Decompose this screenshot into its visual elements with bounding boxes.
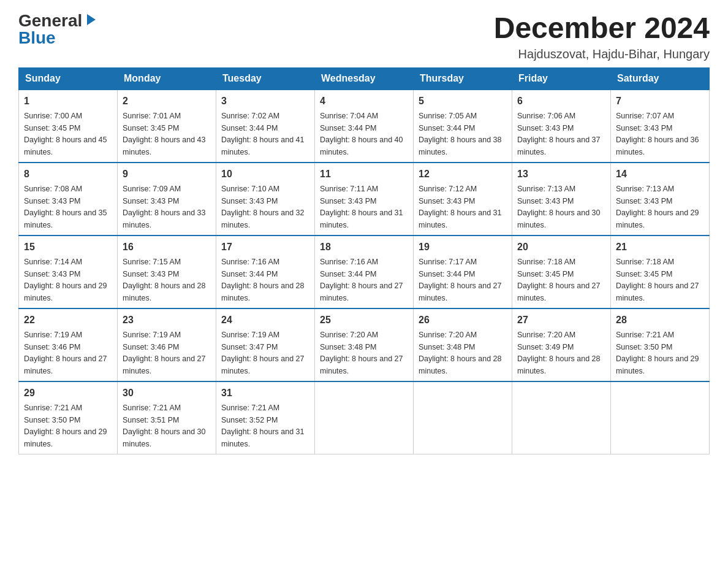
day-sunset: Sunset: 3:45 PM <box>616 270 672 278</box>
col-header-wednesday: Wednesday <box>315 67 414 90</box>
day-sunrise: Sunrise: 7:01 AM <box>123 112 181 120</box>
day-sunset: Sunset: 3:44 PM <box>419 270 475 278</box>
day-number: 17 <box>221 240 309 255</box>
day-cell: 29Sunrise: 7:21 AMSunset: 3:50 PMDayligh… <box>19 381 118 454</box>
day-daylight: Daylight: 8 hours and 27 minutes. <box>320 354 403 375</box>
day-cell: 25Sunrise: 7:20 AMSunset: 3:48 PMDayligh… <box>315 308 414 381</box>
day-sunrise: Sunrise: 7:17 AM <box>419 258 477 266</box>
day-cell: 5Sunrise: 7:05 AMSunset: 3:44 PMDaylight… <box>414 90 512 163</box>
day-number: 25 <box>320 313 408 327</box>
title-block: December 2024 Hajduszovat, Hajdu-Bihar, … <box>494 12 710 61</box>
day-cell <box>512 381 611 454</box>
day-daylight: Daylight: 8 hours and 27 minutes. <box>419 282 502 302</box>
day-number: 22 <box>24 313 112 327</box>
day-cell: 10Sunrise: 7:10 AMSunset: 3:43 PMDayligh… <box>216 163 315 236</box>
calendar-header-row: SundayMondayTuesdayWednesdayThursdayFrid… <box>19 67 710 90</box>
day-sunrise: Sunrise: 7:12 AM <box>419 185 477 193</box>
day-number: 26 <box>419 313 507 327</box>
day-number: 8 <box>24 167 112 182</box>
day-daylight: Daylight: 8 hours and 33 minutes. <box>123 209 206 229</box>
day-sunset: Sunset: 3:48 PM <box>320 343 376 351</box>
day-sunrise: Sunrise: 7:07 AM <box>616 112 674 120</box>
day-sunset: Sunset: 3:44 PM <box>320 270 376 278</box>
day-cell: 16Sunrise: 7:15 AMSunset: 3:43 PMDayligh… <box>118 236 216 308</box>
day-sunrise: Sunrise: 7:15 AM <box>123 258 181 266</box>
day-sunset: Sunset: 3:44 PM <box>419 124 475 132</box>
day-number: 30 <box>123 386 211 400</box>
day-daylight: Daylight: 8 hours and 28 minutes. <box>517 354 601 375</box>
day-daylight: Daylight: 8 hours and 45 minutes. <box>24 136 107 156</box>
day-sunrise: Sunrise: 7:18 AM <box>616 258 674 266</box>
day-sunset: Sunset: 3:46 PM <box>123 343 179 351</box>
col-header-saturday: Saturday <box>611 67 710 90</box>
day-cell: 27Sunrise: 7:20 AMSunset: 3:49 PMDayligh… <box>512 308 611 381</box>
svg-marker-0 <box>87 14 96 25</box>
day-number: 4 <box>320 94 408 109</box>
day-daylight: Daylight: 8 hours and 31 minutes. <box>419 209 502 229</box>
day-sunset: Sunset: 3:43 PM <box>616 197 672 205</box>
day-number: 13 <box>517 167 605 182</box>
day-sunset: Sunset: 3:47 PM <box>221 343 278 351</box>
day-daylight: Daylight: 8 hours and 27 minutes. <box>123 354 206 375</box>
day-daylight: Daylight: 8 hours and 29 minutes. <box>24 427 107 448</box>
day-number: 24 <box>221 313 309 327</box>
location-title: Hajduszovat, Hajdu-Bihar, Hungary <box>494 47 710 61</box>
week-row-1: 1Sunrise: 7:00 AMSunset: 3:45 PMDaylight… <box>19 90 710 163</box>
day-sunrise: Sunrise: 7:21 AM <box>616 331 674 339</box>
day-number: 19 <box>419 240 507 255</box>
day-daylight: Daylight: 8 hours and 28 minutes. <box>419 354 502 375</box>
day-sunset: Sunset: 3:44 PM <box>221 270 278 278</box>
day-cell: 20Sunrise: 7:18 AMSunset: 3:45 PMDayligh… <box>512 236 611 308</box>
day-number: 6 <box>517 94 605 109</box>
day-sunrise: Sunrise: 7:21 AM <box>221 404 279 412</box>
day-daylight: Daylight: 8 hours and 29 minutes. <box>616 209 699 229</box>
col-header-friday: Friday <box>512 67 611 90</box>
day-sunset: Sunset: 3:52 PM <box>221 416 278 424</box>
day-sunset: Sunset: 3:44 PM <box>221 124 278 132</box>
day-sunrise: Sunrise: 7:10 AM <box>221 185 279 193</box>
day-sunset: Sunset: 3:50 PM <box>24 416 80 424</box>
day-sunrise: Sunrise: 7:13 AM <box>517 185 575 193</box>
day-sunset: Sunset: 3:43 PM <box>123 270 179 278</box>
day-cell: 4Sunrise: 7:04 AMSunset: 3:44 PMDaylight… <box>315 90 414 163</box>
day-daylight: Daylight: 8 hours and 29 minutes. <box>616 354 699 375</box>
day-cell <box>414 381 512 454</box>
day-number: 28 <box>616 313 704 327</box>
logo-arrow-icon <box>85 13 98 26</box>
day-daylight: Daylight: 8 hours and 27 minutes. <box>221 354 305 375</box>
day-cell: 17Sunrise: 7:16 AMSunset: 3:44 PMDayligh… <box>216 236 315 308</box>
day-number: 5 <box>419 94 507 109</box>
page-header: General Blue December 2024 Hajduszovat, … <box>18 12 710 61</box>
day-number: 23 <box>123 313 211 327</box>
day-sunset: Sunset: 3:50 PM <box>616 343 672 351</box>
day-cell: 31Sunrise: 7:21 AMSunset: 3:52 PMDayligh… <box>216 381 315 454</box>
day-cell: 12Sunrise: 7:12 AMSunset: 3:43 PMDayligh… <box>414 163 512 236</box>
day-sunrise: Sunrise: 7:20 AM <box>320 331 378 339</box>
day-number: 1 <box>24 94 112 109</box>
day-sunrise: Sunrise: 7:19 AM <box>123 331 181 339</box>
day-sunset: Sunset: 3:43 PM <box>419 197 475 205</box>
day-cell: 19Sunrise: 7:17 AMSunset: 3:44 PMDayligh… <box>414 236 512 308</box>
day-sunset: Sunset: 3:45 PM <box>24 124 80 132</box>
day-number: 21 <box>616 240 704 255</box>
day-cell: 1Sunrise: 7:00 AMSunset: 3:45 PMDaylight… <box>19 90 118 163</box>
day-sunrise: Sunrise: 7:14 AM <box>24 258 82 266</box>
day-cell <box>611 381 710 454</box>
day-sunset: Sunset: 3:43 PM <box>221 197 278 205</box>
day-number: 11 <box>320 167 408 182</box>
day-sunrise: Sunrise: 7:20 AM <box>517 331 575 339</box>
day-sunrise: Sunrise: 7:21 AM <box>24 404 82 412</box>
day-daylight: Daylight: 8 hours and 43 minutes. <box>123 136 206 156</box>
day-sunset: Sunset: 3:43 PM <box>517 124 574 132</box>
day-daylight: Daylight: 8 hours and 27 minutes. <box>320 282 403 302</box>
day-daylight: Daylight: 8 hours and 27 minutes. <box>616 282 699 302</box>
day-daylight: Daylight: 8 hours and 31 minutes. <box>221 427 305 448</box>
day-sunset: Sunset: 3:46 PM <box>24 343 80 351</box>
day-cell: 18Sunrise: 7:16 AMSunset: 3:44 PMDayligh… <box>315 236 414 308</box>
day-sunrise: Sunrise: 7:00 AM <box>24 112 82 120</box>
day-daylight: Daylight: 8 hours and 29 minutes. <box>24 282 107 302</box>
day-sunset: Sunset: 3:45 PM <box>517 270 574 278</box>
day-cell: 14Sunrise: 7:13 AMSunset: 3:43 PMDayligh… <box>611 163 710 236</box>
day-sunset: Sunset: 3:43 PM <box>616 124 672 132</box>
col-header-sunday: Sunday <box>19 67 118 90</box>
